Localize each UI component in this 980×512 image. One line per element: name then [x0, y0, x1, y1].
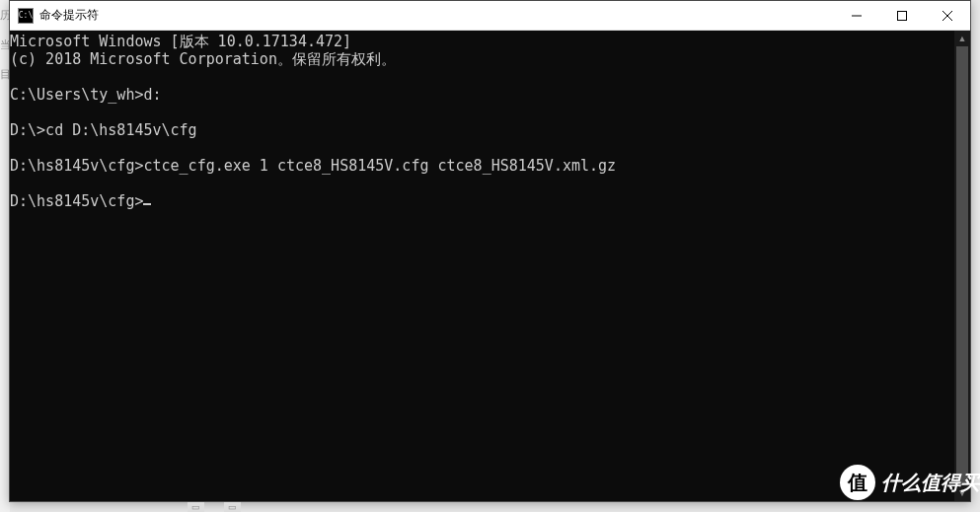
- terminal-line: [10, 139, 954, 157]
- terminal-line: D:\>cd D:\hs8145v\cfg: [10, 121, 954, 139]
- terminal-line: D:\hs8145v\cfg>: [10, 192, 954, 210]
- taskbar-fragment: ▭ ▭: [188, 502, 241, 512]
- scroll-down-icon[interactable]: ▼: [954, 485, 970, 501]
- svg-rect-1: [898, 11, 907, 20]
- terminal-line: C:\Users\ty_wh>d:: [10, 86, 954, 104]
- scroll-up-icon[interactable]: ▲: [954, 31, 970, 46]
- window-controls: [834, 1, 970, 30]
- cursor-icon: [143, 203, 151, 205]
- terminal-line: [10, 175, 954, 192]
- maximize-button[interactable]: [879, 1, 925, 30]
- terminal-line: [10, 104, 954, 121]
- window-title: 命令提示符: [39, 7, 834, 24]
- titlebar[interactable]: C:\ 命令提示符: [10, 1, 970, 31]
- terminal-area: Microsoft Windows [版本 10.0.17134.472](c)…: [10, 31, 970, 501]
- taskbar-item: ▭: [188, 502, 204, 512]
- minimize-button[interactable]: [834, 1, 879, 30]
- cmd-window: C:\ 命令提示符 Microsoft Windows [版本 10.0.171…: [9, 0, 971, 502]
- terminal-line: [10, 68, 954, 86]
- terminal-line: D:\hs8145v\cfg>ctce_cfg.exe 1 ctce8_HS81…: [10, 157, 954, 175]
- terminal-output[interactable]: Microsoft Windows [版本 10.0.17134.472](c)…: [10, 31, 954, 501]
- taskbar-item: ▭: [224, 502, 241, 512]
- terminal-line: (c) 2018 Microsoft Corporation。保留所有权利。: [10, 50, 954, 68]
- scroll-track[interactable]: [954, 46, 970, 485]
- terminal-line: Microsoft Windows [版本 10.0.17134.472]: [10, 33, 954, 50]
- close-button[interactable]: [925, 1, 970, 30]
- cmd-icon: C:\: [18, 8, 34, 24]
- scrollbar[interactable]: ▲ ▼: [954, 31, 970, 501]
- scroll-thumb[interactable]: [956, 46, 968, 485]
